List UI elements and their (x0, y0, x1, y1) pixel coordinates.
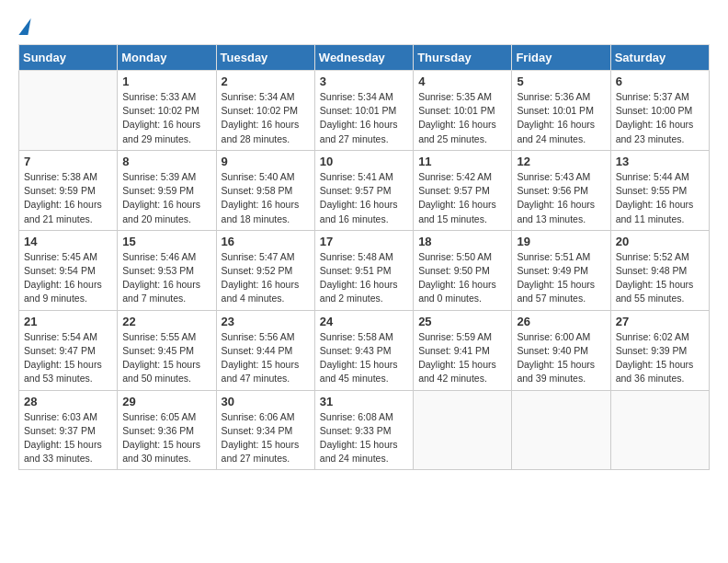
calendar-cell: 28Sunrise: 6:03 AM Sunset: 9:37 PM Dayli… (19, 390, 118, 470)
calendar-cell: 12Sunrise: 5:43 AM Sunset: 9:56 PM Dayli… (512, 150, 610, 230)
calendar-cell: 2Sunrise: 5:34 AM Sunset: 10:02 PM Dayli… (216, 71, 314, 151)
day-number: 24 (320, 315, 408, 328)
calendar-cell: 14Sunrise: 5:45 AM Sunset: 9:54 PM Dayli… (19, 230, 118, 310)
day-number: 3 (320, 75, 408, 88)
day-info: Sunrise: 5:48 AM Sunset: 9:51 PM Dayligh… (320, 250, 408, 306)
calendar-cell (414, 390, 512, 470)
calendar-cell (19, 71, 118, 151)
weekday-header: Wednesday (314, 45, 413, 71)
day-info: Sunrise: 6:02 AM Sunset: 9:39 PM Dayligh… (616, 330, 704, 386)
logo-icon (18, 18, 30, 35)
day-number: 28 (24, 395, 112, 408)
calendar-week-row: 7Sunrise: 5:38 AM Sunset: 9:59 PM Daylig… (19, 150, 710, 230)
calendar-cell: 10Sunrise: 5:41 AM Sunset: 9:57 PM Dayli… (314, 150, 413, 230)
day-info: Sunrise: 5:52 AM Sunset: 9:48 PM Dayligh… (616, 250, 704, 306)
day-info: Sunrise: 5:33 AM Sunset: 10:02 PM Daylig… (122, 90, 210, 146)
day-info: Sunrise: 5:50 AM Sunset: 9:50 PM Dayligh… (418, 250, 506, 306)
calendar-cell: 8Sunrise: 5:39 AM Sunset: 9:59 PM Daylig… (118, 150, 216, 230)
calendar-cell: 11Sunrise: 5:42 AM Sunset: 9:57 PM Dayli… (414, 150, 512, 230)
day-info: Sunrise: 5:58 AM Sunset: 9:43 PM Dayligh… (320, 330, 408, 386)
day-info: Sunrise: 6:08 AM Sunset: 9:33 PM Dayligh… (320, 410, 408, 466)
calendar-cell: 24Sunrise: 5:58 AM Sunset: 9:43 PM Dayli… (314, 310, 413, 390)
day-number: 7 (24, 155, 112, 168)
day-number: 31 (320, 395, 408, 408)
calendar-cell: 15Sunrise: 5:46 AM Sunset: 9:53 PM Dayli… (118, 230, 216, 310)
day-number: 29 (122, 395, 210, 408)
calendar-cell: 13Sunrise: 5:44 AM Sunset: 9:55 PM Dayli… (610, 150, 709, 230)
logo (18, 18, 31, 35)
day-number: 4 (418, 75, 506, 88)
day-info: Sunrise: 5:39 AM Sunset: 9:59 PM Dayligh… (122, 170, 210, 226)
calendar-cell (512, 390, 610, 470)
weekday-header: Tuesday (216, 45, 314, 71)
day-info: Sunrise: 5:38 AM Sunset: 9:59 PM Dayligh… (24, 170, 112, 226)
calendar-cell: 25Sunrise: 5:59 AM Sunset: 9:41 PM Dayli… (414, 310, 512, 390)
day-number: 25 (418, 315, 506, 328)
day-info: Sunrise: 5:45 AM Sunset: 9:54 PM Dayligh… (24, 250, 112, 306)
calendar-cell: 27Sunrise: 6:02 AM Sunset: 9:39 PM Dayli… (610, 310, 709, 390)
calendar-cell: 18Sunrise: 5:50 AM Sunset: 9:50 PM Dayli… (414, 230, 512, 310)
day-info: Sunrise: 6:00 AM Sunset: 9:40 PM Dayligh… (517, 330, 605, 386)
day-number: 5 (517, 75, 605, 88)
day-info: Sunrise: 5:43 AM Sunset: 9:56 PM Dayligh… (517, 170, 605, 226)
day-info: Sunrise: 6:03 AM Sunset: 9:37 PM Dayligh… (24, 410, 112, 466)
day-info: Sunrise: 6:05 AM Sunset: 9:36 PM Dayligh… (122, 410, 210, 466)
day-info: Sunrise: 5:35 AM Sunset: 10:01 PM Daylig… (418, 90, 506, 146)
day-number: 16 (222, 235, 310, 248)
calendar-cell: 4Sunrise: 5:35 AM Sunset: 10:01 PM Dayli… (414, 71, 512, 151)
day-info: Sunrise: 5:36 AM Sunset: 10:01 PM Daylig… (517, 90, 605, 146)
day-number: 27 (616, 315, 704, 328)
calendar-cell: 23Sunrise: 5:56 AM Sunset: 9:44 PM Dayli… (216, 310, 314, 390)
calendar-week-row: 14Sunrise: 5:45 AM Sunset: 9:54 PM Dayli… (19, 230, 710, 310)
weekday-header: Monday (118, 45, 216, 71)
weekday-header: Saturday (610, 45, 709, 71)
day-info: Sunrise: 5:56 AM Sunset: 9:44 PM Dayligh… (222, 330, 310, 386)
day-number: 11 (418, 155, 506, 168)
calendar-cell: 16Sunrise: 5:47 AM Sunset: 9:52 PM Dayli… (216, 230, 314, 310)
day-number: 9 (222, 155, 310, 168)
calendar-cell: 1Sunrise: 5:33 AM Sunset: 10:02 PM Dayli… (118, 71, 216, 151)
calendar-table: SundayMondayTuesdayWednesdayThursdayFrid… (18, 44, 710, 470)
day-number: 20 (616, 235, 704, 248)
day-number: 6 (616, 75, 704, 88)
calendar-cell: 9Sunrise: 5:40 AM Sunset: 9:58 PM Daylig… (216, 150, 314, 230)
day-number: 19 (517, 235, 605, 248)
day-info: Sunrise: 5:34 AM Sunset: 10:02 PM Daylig… (222, 90, 310, 146)
calendar-header-row: SundayMondayTuesdayWednesdayThursdayFrid… (19, 45, 710, 71)
page-header (18, 18, 710, 35)
day-info: Sunrise: 6:06 AM Sunset: 9:34 PM Dayligh… (222, 410, 310, 466)
day-info: Sunrise: 5:41 AM Sunset: 9:57 PM Dayligh… (320, 170, 408, 226)
day-number: 30 (222, 395, 310, 408)
calendar-cell: 26Sunrise: 6:00 AM Sunset: 9:40 PM Dayli… (512, 310, 610, 390)
day-info: Sunrise: 5:46 AM Sunset: 9:53 PM Dayligh… (122, 250, 210, 306)
weekday-header: Sunday (19, 45, 118, 71)
day-number: 22 (122, 315, 210, 328)
calendar-cell: 30Sunrise: 6:06 AM Sunset: 9:34 PM Dayli… (216, 390, 314, 470)
calendar-cell: 6Sunrise: 5:37 AM Sunset: 10:00 PM Dayli… (610, 71, 709, 151)
calendar-week-row: 28Sunrise: 6:03 AM Sunset: 9:37 PM Dayli… (19, 390, 710, 470)
calendar-week-row: 1Sunrise: 5:33 AM Sunset: 10:02 PM Dayli… (19, 71, 710, 151)
day-number: 8 (122, 155, 210, 168)
day-info: Sunrise: 5:42 AM Sunset: 9:57 PM Dayligh… (418, 170, 506, 226)
calendar-cell: 21Sunrise: 5:54 AM Sunset: 9:47 PM Dayli… (19, 310, 118, 390)
weekday-header: Friday (512, 45, 610, 71)
day-number: 15 (122, 235, 210, 248)
day-number: 12 (517, 155, 605, 168)
day-number: 17 (320, 235, 408, 248)
day-number: 2 (222, 75, 310, 88)
day-number: 26 (517, 315, 605, 328)
weekday-header: Thursday (414, 45, 512, 71)
calendar-cell: 20Sunrise: 5:52 AM Sunset: 9:48 PM Dayli… (610, 230, 709, 310)
calendar-cell: 7Sunrise: 5:38 AM Sunset: 9:59 PM Daylig… (19, 150, 118, 230)
calendar-cell: 31Sunrise: 6:08 AM Sunset: 9:33 PM Dayli… (314, 390, 413, 470)
day-info: Sunrise: 5:55 AM Sunset: 9:45 PM Dayligh… (122, 330, 210, 386)
day-info: Sunrise: 5:34 AM Sunset: 10:01 PM Daylig… (320, 90, 408, 146)
calendar-week-row: 21Sunrise: 5:54 AM Sunset: 9:47 PM Dayli… (19, 310, 710, 390)
day-info: Sunrise: 5:40 AM Sunset: 9:58 PM Dayligh… (222, 170, 310, 226)
day-info: Sunrise: 5:59 AM Sunset: 9:41 PM Dayligh… (418, 330, 506, 386)
calendar-cell: 29Sunrise: 6:05 AM Sunset: 9:36 PM Dayli… (118, 390, 216, 470)
day-number: 21 (24, 315, 112, 328)
calendar-cell: 5Sunrise: 5:36 AM Sunset: 10:01 PM Dayli… (512, 71, 610, 151)
day-info: Sunrise: 5:37 AM Sunset: 10:00 PM Daylig… (616, 90, 704, 146)
day-number: 18 (418, 235, 506, 248)
